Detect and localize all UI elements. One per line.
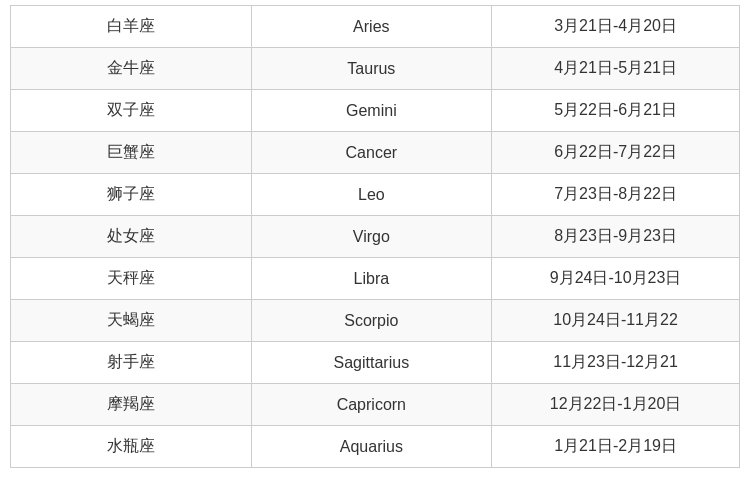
english-name: Virgo <box>251 216 492 258</box>
zodiac-table: 白羊座Aries3月21日-4月20日金牛座Taurus4月21日-5月21日双… <box>10 5 740 468</box>
english-name: Scorpio <box>251 300 492 342</box>
english-name: Leo <box>251 174 492 216</box>
english-name: Aquarius <box>251 426 492 468</box>
english-name: Aries <box>251 6 492 48</box>
date-range: 3月21日-4月20日 <box>492 6 740 48</box>
date-range: 12月22日-1月20日 <box>492 384 740 426</box>
chinese-name: 双子座 <box>11 90 252 132</box>
english-name: Sagittarius <box>251 342 492 384</box>
table-row: 金牛座Taurus4月21日-5月21日 <box>11 48 740 90</box>
english-name: Libra <box>251 258 492 300</box>
date-range: 6月22日-7月22日 <box>492 132 740 174</box>
table-row: 天蝎座Scorpio10月24日-11月22 <box>11 300 740 342</box>
chinese-name: 狮子座 <box>11 174 252 216</box>
zodiac-table-container: 白羊座Aries3月21日-4月20日金牛座Taurus4月21日-5月21日双… <box>10 5 740 468</box>
table-row: 白羊座Aries3月21日-4月20日 <box>11 6 740 48</box>
table-row: 射手座Sagittarius11月23日-12月21 <box>11 342 740 384</box>
table-row: 狮子座Leo7月23日-8月22日 <box>11 174 740 216</box>
table-row: 水瓶座Aquarius1月21日-2月19日 <box>11 426 740 468</box>
date-range: 9月24日-10月23日 <box>492 258 740 300</box>
english-name: Taurus <box>251 48 492 90</box>
chinese-name: 白羊座 <box>11 6 252 48</box>
chinese-name: 摩羯座 <box>11 384 252 426</box>
table-row: 巨蟹座Cancer6月22日-7月22日 <box>11 132 740 174</box>
table-row: 双子座Gemini5月22日-6月21日 <box>11 90 740 132</box>
english-name: Cancer <box>251 132 492 174</box>
chinese-name: 水瓶座 <box>11 426 252 468</box>
chinese-name: 金牛座 <box>11 48 252 90</box>
date-range: 10月24日-11月22 <box>492 300 740 342</box>
date-range: 8月23日-9月23日 <box>492 216 740 258</box>
date-range: 11月23日-12月21 <box>492 342 740 384</box>
date-range: 4月21日-5月21日 <box>492 48 740 90</box>
chinese-name: 处女座 <box>11 216 252 258</box>
english-name: Gemini <box>251 90 492 132</box>
table-row: 天秤座Libra9月24日-10月23日 <box>11 258 740 300</box>
date-range: 1月21日-2月19日 <box>492 426 740 468</box>
table-row: 处女座Virgo8月23日-9月23日 <box>11 216 740 258</box>
chinese-name: 天蝎座 <box>11 300 252 342</box>
chinese-name: 巨蟹座 <box>11 132 252 174</box>
chinese-name: 天秤座 <box>11 258 252 300</box>
english-name: Capricorn <box>251 384 492 426</box>
chinese-name: 射手座 <box>11 342 252 384</box>
table-row: 摩羯座Capricorn12月22日-1月20日 <box>11 384 740 426</box>
date-range: 5月22日-6月21日 <box>492 90 740 132</box>
date-range: 7月23日-8月22日 <box>492 174 740 216</box>
